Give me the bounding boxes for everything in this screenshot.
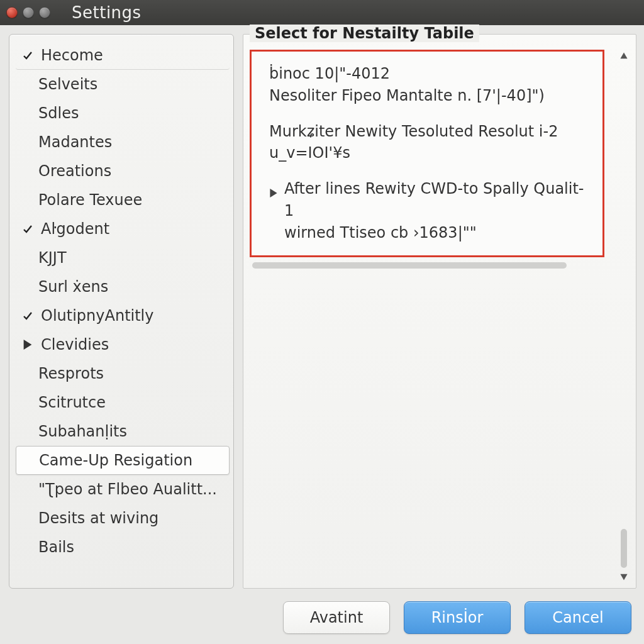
scroll-down-icon[interactable] [619, 572, 628, 580]
detail-entry-2-line2: u_v=IOI'¥s [269, 142, 589, 164]
check-icon[interactable] [21, 311, 35, 321]
tree-item-label: Hecome [41, 47, 103, 64]
check-icon[interactable] [21, 224, 35, 234]
svg-marker-3 [620, 574, 627, 580]
window-minimize-button[interactable] [23, 7, 34, 18]
tree-item-label: Resprots [38, 365, 104, 382]
tree-item-17[interactable]: Bails [16, 533, 230, 562]
triangle-right-icon[interactable] [269, 182, 278, 204]
dialog-body: HecomeSelveitsSdlesMadantesOreationsPola… [0, 25, 644, 594]
tree-item-14[interactable]: Came-Up Resigation [16, 446, 230, 475]
detail-entry-2[interactable]: Murkʑiter Newity Tesoluted Resolut i-2 u… [269, 121, 589, 165]
tree-item-5[interactable]: Polare Texuee [16, 186, 230, 214]
tree-item-0[interactable]: Hecome [16, 41, 230, 70]
dialog-button-row: Avatint Rinsİor Cancel [0, 594, 644, 644]
window-titlebar: Settings [0, 0, 644, 25]
tree-item-label: Clevidies [41, 336, 109, 353]
tree-item-label: Bails [38, 538, 74, 556]
detail-entry-1[interactable]: ḃinoc 10|"-4012 Nesoliter Fipeo Mantalte… [269, 63, 589, 107]
tree-item-10[interactable]: Clevidies [16, 330, 230, 359]
tree-item-label: Scitrutce [38, 394, 106, 411]
vertical-scrollbar-thumb[interactable] [621, 529, 627, 568]
tree-item-label: Madantes [38, 133, 112, 151]
svg-marker-1 [270, 189, 277, 197]
svg-marker-0 [24, 340, 32, 350]
tree-item-label: Olutipny̩Antitly [41, 307, 153, 325]
check-icon[interactable] [21, 50, 35, 60]
vertical-scrollbar[interactable] [618, 50, 630, 582]
tree-item-11[interactable]: Resprots [16, 359, 230, 388]
tree-item-label: Came-Up Resigation [39, 452, 192, 469]
horizontal-scrollbar[interactable] [252, 261, 599, 270]
window-maximize-button[interactable] [39, 7, 50, 18]
detail-entry-3-line1: After lines Rewity CWD-to Spally Qualit-… [284, 178, 589, 222]
scroll-up-icon[interactable] [619, 51, 628, 60]
tree-item-4[interactable]: Oreations [16, 157, 230, 186]
tree-item-label: Selveits [38, 75, 97, 93]
detail-entry-1-line1: ḃinoc 10|"-4012 [269, 63, 589, 85]
tree-item-label: Oreations [38, 162, 111, 180]
detail-scroll-area[interactable]: ḃinoc 10|"-4012 Nesoliter Fipeo Mantalte… [250, 50, 614, 582]
detail-groupbox: Select for Nestailty Tabile ḃinoc 10|"-4… [243, 34, 636, 589]
groupbox-legend: Select for Nestailty Tabile [250, 25, 479, 42]
svg-marker-2 [620, 52, 627, 58]
tree-item-16[interactable]: Desits at wiving [16, 504, 230, 533]
tree-item-1[interactable]: Selveits [16, 70, 230, 99]
tree-item-3[interactable]: Madantes [16, 128, 230, 157]
tree-item-label: Subahanḷits [38, 423, 127, 440]
detail-entry-3-line2: wirned Ttiseo cb ›1683|"" [284, 222, 589, 244]
tree-item-2[interactable]: Sdles [16, 99, 230, 128]
tree-item-label: KJJT [38, 249, 67, 267]
tree-item-label: Desits at wiving [38, 509, 158, 527]
tree-item-8[interactable]: Surl ẋens [16, 272, 230, 301]
tree-item-13[interactable]: Subahanḷits [16, 417, 230, 446]
tree-item-15[interactable]: "Ʈpeo at Flbeo Aualitt... [16, 475, 230, 504]
settings-category-tree[interactable]: HecomeSelveitsSdlesMadantesOreationsPola… [9, 34, 234, 589]
rinstor-button[interactable]: Rinsİor [404, 601, 511, 634]
cancel-button[interactable]: Cancel [525, 601, 631, 634]
window-close-button[interactable] [6, 7, 18, 18]
horizontal-scrollbar-thumb[interactable] [252, 262, 567, 269]
tree-item-label: Sdles [38, 104, 79, 122]
tree-item-12[interactable]: Scitrutce [16, 388, 230, 417]
triangle-right-icon[interactable] [21, 340, 35, 350]
tree-item-label: Surl ẋens [38, 278, 108, 296]
tree-item-7[interactable]: KJJT [16, 243, 230, 272]
tree-item-label: Aŀgodent [41, 220, 109, 238]
tree-item-label: "Ʈpeo at Flbeo Aualitt... [38, 480, 217, 498]
settings-detail-pane: Select for Nestailty Tabile ḃinoc 10|"-4… [243, 34, 636, 589]
detail-entry-1-line2: Nesoliter Fipeo Mantalte n. [7'|-40]") [269, 85, 589, 107]
window-title: Settings [72, 3, 142, 22]
avatint-button[interactable]: Avatint [283, 601, 390, 634]
highlighted-selection-box: ḃinoc 10|"-4012 Nesoliter Fipeo Mantalte… [250, 50, 604, 257]
tree-item-6[interactable]: Aŀgodent [16, 214, 230, 243]
tree-item-label: Polare Texuee [38, 191, 142, 209]
detail-entry-3[interactable]: After lines Rewity CWD-to Spally Qualit-… [269, 178, 589, 243]
tree-item-9[interactable]: Olutipny̩Antitly [16, 301, 230, 330]
detail-entry-2-line1: Murkʑiter Newity Tesoluted Resolut i-2 [269, 121, 589, 143]
